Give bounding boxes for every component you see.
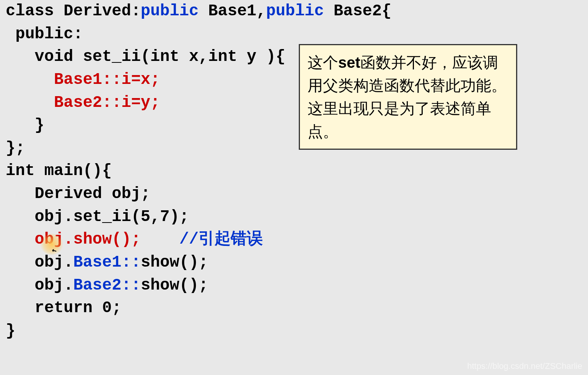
code-line-6: } [6,116,44,134]
code-line-11-error: obj.show(); [6,230,141,249]
code-line-13a: obj. [6,276,73,295]
annotation-callout: 这个set函数并不好，应该调用父类构造函数代替此功能。这里出现只是为了表述简单点… [299,44,517,150]
code-line-5: Base2::i=y; [6,93,160,112]
code-line-11-space [141,230,179,249]
code-line-2: public: [6,25,83,43]
keyword-public-1: public [141,2,199,20]
watermark-text: https://blog.csdn.net/ZSCharlie [467,361,582,371]
code-line-15: } [6,322,15,340]
code-line-10: obj.set_ii(5,7); [6,208,189,226]
annotation-bold-word: set [338,54,360,71]
code-line-1a: class Derived: [6,2,141,20]
code-line-8: int main(){ [6,162,112,180]
code-line-1c: Base2{ [324,2,391,20]
annotation-text-part1: 这个 [308,54,338,71]
code-line-4: Base1::i=x; [6,70,160,89]
code-line-7: }; [6,139,25,157]
code-line-9: Derived obj; [6,185,150,203]
code-line-11-comment: //引起错误 [179,230,263,249]
code-line-12-scope: Base1:: [73,253,140,272]
code-line-3: void set_ii(int x,int y ){ [6,47,285,66]
keyword-public-2: public [266,2,324,20]
code-line-12b: show(); [141,253,208,272]
code-line-12a: obj. [6,253,73,272]
code-line-13-scope: Base2:: [73,276,140,295]
code-line-14: return 0; [6,299,121,317]
code-line-13b: show(); [141,276,208,295]
code-line-1b: Base1, [199,2,266,20]
